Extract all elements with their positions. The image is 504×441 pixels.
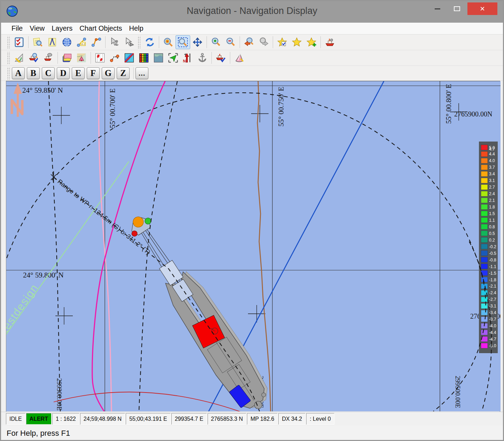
zoom-window-button[interactable] (176, 35, 190, 49)
toolbar-separator (28, 36, 29, 48)
menu-bar: FileViewLayersChart ObjectsHelp (1, 23, 503, 35)
layer-button-a[interactable]: A (12, 67, 25, 79)
legend-value: -1.1 (489, 264, 496, 269)
maximize-button[interactable] (450, 2, 464, 15)
refresh-button[interactable] (142, 35, 157, 49)
chart-mountain-button[interactable] (74, 51, 89, 65)
layer-button-d[interactable]: D (57, 67, 70, 79)
help-text: For Help, press F1 (7, 429, 70, 438)
status-dx: DX 34.2 (278, 413, 305, 425)
menu-view[interactable]: View (26, 24, 48, 32)
find-target-icon (163, 37, 173, 47)
favorite-check-button[interactable] (275, 35, 289, 49)
legend-value: -1.5 (489, 271, 496, 276)
route-points-button[interactable] (93, 51, 107, 65)
survey-vessel-sonar-button[interactable] (41, 51, 56, 65)
cursor-select-button[interactable] (122, 35, 137, 49)
toolbar-separator (273, 36, 273, 48)
favorite-check-icon (277, 37, 287, 47)
notes-search-button[interactable] (30, 35, 45, 49)
legend-swatch (481, 145, 488, 150)
previous-view-button[interactable] (242, 35, 256, 49)
toolbar-grip[interactable] (7, 36, 10, 48)
legend-value: -5.0 (489, 343, 496, 348)
globe-button[interactable] (60, 35, 74, 49)
toolbar-grip[interactable] (137, 36, 140, 48)
dividers-icon (47, 37, 57, 47)
legend-swatch (481, 158, 488, 163)
globe-icon (62, 37, 72, 47)
profile-cone-button[interactable] (232, 51, 247, 65)
chart-area[interactable]: 24° 59.850' N 24° 59.800' N 55° 00.700' … (6, 81, 500, 412)
pan-button[interactable] (190, 35, 205, 49)
zoom-out-icon (225, 37, 236, 47)
protractor-edit-button[interactable] (12, 51, 26, 65)
title-bar[interactable]: Navigation - Navigation Display × (1, 1, 503, 23)
favorite-add-button[interactable] (304, 35, 319, 49)
layer-button-f[interactable]: F (87, 67, 100, 79)
layer-button-z[interactable]: Z (117, 67, 130, 79)
goto-flag-button[interactable] (166, 51, 180, 65)
close-icon: × (480, 4, 485, 14)
legend-swatch (481, 310, 488, 315)
color-matrix-button[interactable] (137, 51, 151, 65)
vessel-check-button[interactable] (214, 51, 228, 65)
lon-label-3: 55° 00.800' E (444, 84, 453, 124)
vessel-monitor-icon (325, 37, 335, 47)
favorite-button[interactable] (289, 35, 304, 49)
toolbar-grip[interactable] (7, 67, 10, 79)
minimize-button[interactable] (431, 2, 444, 15)
task-checklist-button[interactable] (12, 35, 26, 49)
cursor-anchor-button[interactable] (107, 35, 122, 49)
find-target-button[interactable] (161, 35, 176, 49)
next-view-button[interactable] (256, 35, 271, 49)
survey-vessel-search-button[interactable] (26, 51, 41, 65)
notes-search-icon (32, 37, 43, 47)
legend-swatch (481, 317, 488, 322)
zoom-out-button[interactable] (223, 35, 238, 49)
status-easting: 299354.7 E (171, 413, 207, 425)
menu-layers[interactable]: Layers (48, 24, 76, 32)
dividers-button[interactable] (45, 35, 60, 49)
layer-button-g[interactable]: G (102, 67, 115, 79)
legend-value: -4.7 (489, 337, 496, 342)
curve-track-button[interactable] (89, 35, 103, 49)
vessel-monitor-button[interactable] (323, 35, 337, 49)
status-level: : Level 0 (306, 413, 334, 425)
close-button[interactable]: × (467, 2, 497, 15)
task-checklist-icon (14, 37, 24, 47)
toolbar-separator (211, 52, 212, 64)
legend-value: 3.4 (489, 172, 495, 176)
legend-value: -0.2 (489, 244, 496, 249)
legend-value: 3.7 (489, 165, 495, 170)
color-matrix-icon (139, 53, 149, 63)
toolbar-letter-layers: ABCDEFGZ... (1, 66, 503, 81)
north-arrow-button[interactable]: N (180, 51, 195, 65)
track-history-button[interactable] (107, 51, 122, 65)
menu-help[interactable]: Help (126, 24, 147, 32)
layer-button-c[interactable]: C (42, 67, 55, 79)
legend-swatch (481, 257, 488, 263)
legend-swatch (481, 204, 488, 210)
anchor-button[interactable] (195, 51, 210, 65)
legend-value: -3.7 (489, 317, 496, 322)
toolbar-grip[interactable] (7, 52, 10, 64)
menu-chart-objects[interactable]: Chart Objects (76, 24, 125, 32)
survey-vessel-search-icon (29, 53, 39, 63)
layer-button-e[interactable]: E (72, 67, 85, 79)
measure-distance-button[interactable]: 6.2 (74, 35, 89, 49)
toolbar-layers: N (1, 50, 503, 66)
vessel-check-icon (216, 53, 226, 63)
menu-file[interactable]: File (8, 24, 26, 32)
toolbar-separator (207, 36, 207, 48)
legend-swatch (481, 231, 488, 236)
zoom-in-button[interactable] (209, 35, 223, 49)
bathy-diagonal-button[interactable] (122, 51, 137, 65)
layer-button-b[interactable]: B (27, 67, 40, 79)
legend-swatch (481, 211, 488, 216)
legend-swatch (481, 165, 488, 170)
layers-stack-button[interactable] (60, 51, 74, 65)
layer-more-button[interactable]: ... (135, 67, 148, 79)
lon-label-1: 55° 00.700' E (108, 89, 117, 128)
seabed-image-button[interactable] (151, 51, 166, 65)
